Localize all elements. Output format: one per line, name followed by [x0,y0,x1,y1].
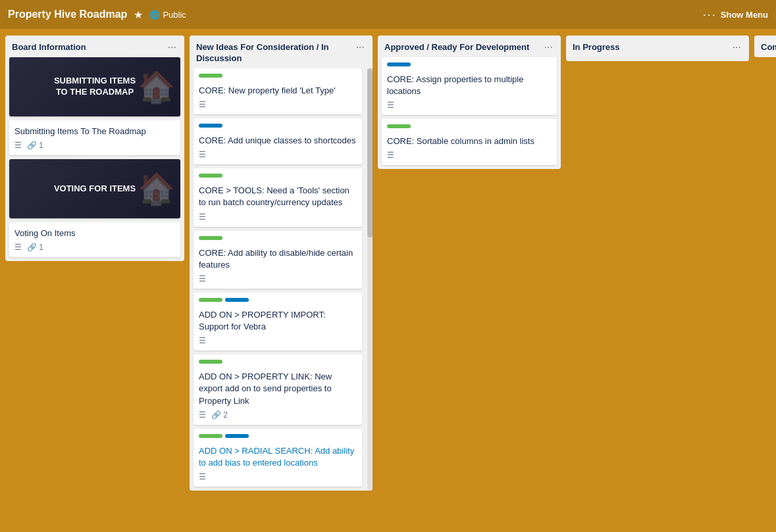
attach-icon-3: 🔗 2 [211,410,228,420]
column-approved: Approved / Ready For Development ··· COR… [378,36,561,169]
card-radial-search[interactable]: ADD ON > RADIAL SEARCH: Add ability to a… [194,429,362,487]
column-title-in-progress: In Progress [573,42,727,53]
board-title: Property Hive Roadmap [8,9,127,20]
board-area: Board Information ··· SUBMITTING ITEMSTO… [0,29,776,532]
header-dots[interactable]: ··· [703,8,717,22]
label-green-7 [387,124,411,128]
list-icon-4: ☰ [199,212,206,222]
column-menu-button-in-progress[interactable]: ··· [731,42,742,53]
column-header-new-ideas: New Ideas For Consideration / In Discuss… [190,36,373,68]
card-vebra-text: ADD ON > PROPERTY IMPORT: Support for Ve… [199,309,357,333]
card-labels-4 [199,236,357,244]
card-submitting-items-text[interactable]: Submitting Items To The Roadmap ☰ 🔗 1 [9,120,180,155]
card-multiple-locations-text: CORE: Assign properties to multiple loca… [387,74,552,97]
card-labels-3 [199,174,357,181]
column-header: Board Information ··· [5,36,184,57]
house-icon: 🏠 [138,69,175,105]
attach-icon-2: 🔗 1 [27,243,43,252]
header-right: ··· Show Menu [703,8,768,22]
column-cards-new-ideas: CORE: New property field 'Let Type' ☰ CO… [190,68,373,491]
card-let-type[interactable]: CORE: New property field 'Let Type' ☰ [194,68,362,114]
column-cards-in-progress [566,57,749,61]
column-header-in-progress: In Progress ··· [566,36,749,57]
attach-icon-1: 🔗 1 [27,141,43,150]
card-labels-8 [387,62,552,70]
list-icon-5: ☰ [199,274,206,283]
list-icon: ☰ [199,100,206,109]
visibility-label: 🌐 Public [149,10,186,20]
card-tools-batch-text: CORE > TOOLS: Need a 'Tools' section to … [199,185,357,208]
list-icon: ☰ [14,141,22,150]
column-in-progress: In Progress ··· [566,36,749,61]
list-icon-10: ☰ [387,151,394,160]
card-voting-items-image[interactable]: VOTING FOR ITEMS 🏠 [9,159,180,218]
list-icon-9: ☰ [387,101,394,110]
column-completed: Comp [754,36,776,57]
column-title-new-ideas: New Ideas For Consideration / In Discuss… [196,42,351,64]
label-green-5 [199,360,222,364]
card-labels-9 [387,124,552,132]
card-property-link[interactable]: ADD ON > PROPERTY LINK: New export add o… [194,354,362,425]
list-icon-2: ☰ [14,243,22,252]
voting-items-text: Voting On Items [14,228,175,239]
submitting-items-text: Submitting Items To The Roadmap [14,126,175,137]
list-icon-3: ☰ [199,150,206,159]
label-blue-4 [387,62,411,66]
column-title-approved: Approved / Ready For Development [384,42,539,53]
card-footer-5: ☰ [199,274,357,283]
column-header-completed: Comp [754,36,776,57]
column-menu-button-new-ideas[interactable]: ··· [355,42,366,53]
card-sortable-columns-text: CORE: Sortable columns in admin lists [387,135,552,147]
list-icon-8: ☰ [199,472,206,481]
card-footer-7: ☰ 🔗 2 [199,410,357,420]
list-icon-6: ☰ [199,336,206,345]
card-footer: ☰ 🔗 1 [14,141,175,150]
card-multiple-locations[interactable]: CORE: Assign properties to multiple loca… [382,57,557,115]
card-tools-batch[interactable]: CORE > TOOLS: Need a 'Tools' section to … [194,168,362,226]
card-disable-features-text: CORE: Add ability to disable/hide certai… [199,247,357,271]
card-footer: ☰ [199,100,357,109]
column-cards: SUBMITTING ITEMSTO THE ROADMAP 🏠 Submitt… [5,57,184,261]
card-footer-9: ☰ [387,101,552,110]
card-submitting-items-image[interactable]: SUBMITTING ITEMSTO THE ROADMAP 🏠 [9,57,180,116]
card-labels-2 [199,124,357,132]
column-menu-button[interactable]: ··· [167,42,178,53]
label-green-2 [199,174,222,178]
label-green [199,74,222,78]
card-labels-7 [199,434,357,442]
column-cards-approved: CORE: Assign properties to multiple loca… [378,57,561,170]
card-vebra[interactable]: ADD ON > PROPERTY IMPORT: Support for Ve… [194,293,362,351]
column-title: Board Information [12,42,163,53]
label-blue-2 [225,298,249,302]
card-footer-8: ☰ [199,472,357,481]
card-unique-classes[interactable]: CORE: Add unique classes to shortcodes ☰ [194,118,362,164]
card-labels-5 [199,298,357,306]
header: Property Hive Roadmap ★ 🌐 Public ··· Sho… [0,0,776,29]
card-disable-features[interactable]: CORE: Add ability to disable/hide certai… [194,231,362,289]
label-blue-3 [225,434,249,438]
submitting-items-label: SUBMITTING ITEMSTO THE ROADMAP [47,76,142,98]
label-blue [199,124,222,128]
label-green-3 [199,236,222,240]
column-menu-button-approved[interactable]: ··· [543,42,554,53]
list-icon-7: ☰ [199,410,206,420]
label-green-4 [199,298,222,302]
card-footer-6: ☰ [199,336,357,345]
house-icon-2: 🏠 [138,171,175,206]
card-footer-2: ☰ 🔗 1 [14,243,175,252]
card-voting-items-text[interactable]: Voting On Items ☰ 🔗 1 [9,222,180,257]
card-radial-search-text: ADD ON > RADIAL SEARCH: Add ability to a… [199,445,357,469]
card-property-link-text: ADD ON > PROPERTY LINK: New export add o… [199,371,357,407]
card-unique-classes-text: CORE: Add unique classes to shortcodes [199,135,357,147]
card-footer-10: ☰ [387,151,552,160]
card-sortable-columns[interactable]: CORE: Sortable columns in admin lists ☰ [382,119,557,165]
card-labels-6 [199,360,357,368]
column-title-completed: Comp [761,42,776,53]
show-menu-button[interactable]: Show Menu [721,10,768,20]
card-let-type-text: CORE: New property field 'Let Type' [199,85,357,97]
voting-items-label: VOTING FOR ITEMS [47,183,142,195]
label-green-6 [199,434,222,438]
star-icon[interactable]: ★ [134,9,143,21]
column-new-ideas: New Ideas For Consideration / In Discuss… [190,36,373,491]
card-footer-4: ☰ [199,212,357,222]
